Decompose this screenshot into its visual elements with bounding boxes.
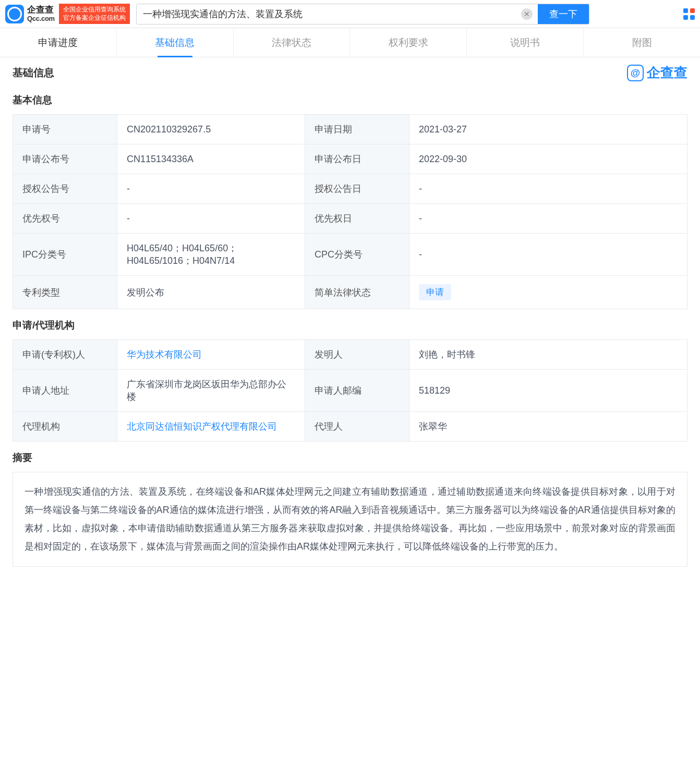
search-button[interactable]: 查一下 (538, 4, 589, 24)
page-title: 基础信息 (13, 66, 54, 80)
cell-value: - (117, 204, 305, 234)
cell-value: CN202110329267.5 (117, 115, 305, 144)
tab-description[interactable]: 说明书 (467, 28, 584, 57)
cell-label: 授权公告号 (13, 174, 117, 204)
cell-label: 授权公告日 (305, 174, 409, 204)
cell-value: - (117, 174, 305, 204)
search-box: ✕ 查一下 (136, 4, 589, 25)
cell-label: 申请公布日 (305, 144, 409, 174)
tab-basic-info[interactable]: 基础信息 (117, 28, 234, 57)
cell-label: 代理机构 (13, 412, 117, 442)
cell-value: - (409, 234, 687, 276)
logo-cn: 企查查 (27, 5, 55, 15)
cell-value: 518129 (409, 370, 687, 412)
tab-application-progress[interactable]: 申请进度 (0, 28, 117, 57)
cell-value: - (409, 174, 687, 204)
cell-value: CN115134336A (117, 144, 305, 174)
company-link[interactable]: 北京同达信恒知识产权代理有限公司 (127, 421, 277, 432)
basic-info-table: 申请号CN202110329267.5申请日期2021-03-27申请公布号CN… (13, 114, 687, 309)
cell-value: 刘艳，时书锋 (409, 340, 687, 370)
official-badge: 全国企业信用查询系统 官方备案企业征信机构 (59, 4, 130, 24)
page-title-row: 基础信息 @ 企查查 (13, 64, 687, 82)
table-row: 专利类型发明公布简单法律状态申请 (13, 276, 687, 309)
table-row: IPC分类号H04L65/40；H04L65/60；H04L65/1016；H0… (13, 234, 687, 276)
apps-icon[interactable] (683, 8, 695, 20)
cell-value: - (409, 204, 687, 234)
tab-drawings[interactable]: 附图 (584, 28, 700, 57)
cell-label: 优先权号 (13, 204, 117, 234)
cell-label: 代理人 (305, 412, 409, 442)
cell-value: 张翠华 (409, 412, 687, 442)
tab-legal-status[interactable]: 法律状态 (234, 28, 351, 57)
clear-icon[interactable]: ✕ (521, 8, 533, 20)
table-row: 授权公告号-授权公告日- (13, 174, 687, 204)
cell-label: 发明人 (305, 340, 409, 370)
cell-value: 2021-03-27 (409, 115, 687, 144)
abstract-text: 一种增强现实通信的方法、装置及系统，在终端设备和AR媒体处理网元之间建立有辅助数… (13, 472, 687, 567)
table-row: 申请人地址广东省深圳市龙岗区坂田华为总部办公楼申请人邮编518129 (13, 370, 687, 412)
section-title-basic: 基本信息 (13, 93, 687, 107)
cell-value: 华为技术有限公司 (117, 340, 305, 370)
cell-label: 申请人邮编 (305, 370, 409, 412)
cell-value: H04L65/40；H04L65/60；H04L65/1016；H04N7/14 (117, 234, 305, 276)
badge-line-2: 官方备案企业征信机构 (63, 14, 126, 22)
section-title-abstract: 摘要 (13, 451, 687, 465)
cell-value: 发明公布 (117, 276, 305, 309)
header: 企查查 Qcc.com 全国企业信用查询系统 官方备案企业征信机构 ✕ 查一下 (0, 0, 700, 28)
badge-line-1: 全国企业信用查询系统 (63, 6, 126, 14)
cell-label: 申请日期 (305, 115, 409, 144)
company-link[interactable]: 华为技术有限公司 (127, 349, 202, 360)
watermark-text: 企查查 (647, 64, 687, 82)
logo-icon (5, 5, 24, 23)
cell-label: 优先权日 (305, 204, 409, 234)
tab-bar: 申请进度 基础信息 法律状态 权利要求 说明书 附图 (0, 28, 700, 57)
watermark: @ 企查查 (627, 64, 687, 82)
table-row: 优先权号-优先权日- (13, 204, 687, 234)
cell-label: CPC分类号 (305, 234, 409, 276)
section-title-agency: 申请/代理机构 (13, 319, 687, 332)
cell-label: 申请人地址 (13, 370, 117, 412)
status-badge: 申请 (419, 284, 451, 300)
cell-label: 申请(专利权)人 (13, 340, 117, 370)
watermark-icon: @ (627, 65, 644, 81)
logo-text: 企查查 Qcc.com (27, 5, 55, 22)
logo-url: Qcc.com (27, 15, 55, 22)
cell-value: 2022-09-30 (409, 144, 687, 174)
table-row: 申请(专利权)人华为技术有限公司发明人刘艳，时书锋 (13, 340, 687, 370)
table-row: 代理机构北京同达信恒知识产权代理有限公司代理人张翠华 (13, 412, 687, 442)
content: 基础信息 @ 企查查 基本信息 申请号CN202110329267.5申请日期2… (0, 57, 700, 582)
cell-label: 专利类型 (13, 276, 117, 309)
tab-claims[interactable]: 权利要求 (350, 28, 467, 57)
search-input[interactable] (137, 4, 521, 24)
cell-label: 申请公布号 (13, 144, 117, 174)
cell-value: 广东省深圳市龙岗区坂田华为总部办公楼 (117, 370, 305, 412)
cell-label: IPC分类号 (13, 234, 117, 276)
table-row: 申请公布号CN115134336A申请公布日2022-09-30 (13, 144, 687, 174)
agency-table: 申请(专利权)人华为技术有限公司发明人刘艳，时书锋申请人地址广东省深圳市龙岗区坂… (13, 339, 687, 442)
logo[interactable]: 企查查 Qcc.com (5, 5, 55, 23)
table-row: 申请号CN202110329267.5申请日期2021-03-27 (13, 115, 687, 144)
cell-label: 简单法律状态 (305, 276, 409, 309)
cell-value: 北京同达信恒知识产权代理有限公司 (117, 412, 305, 442)
cell-label: 申请号 (13, 115, 117, 144)
cell-value: 申请 (409, 276, 687, 309)
